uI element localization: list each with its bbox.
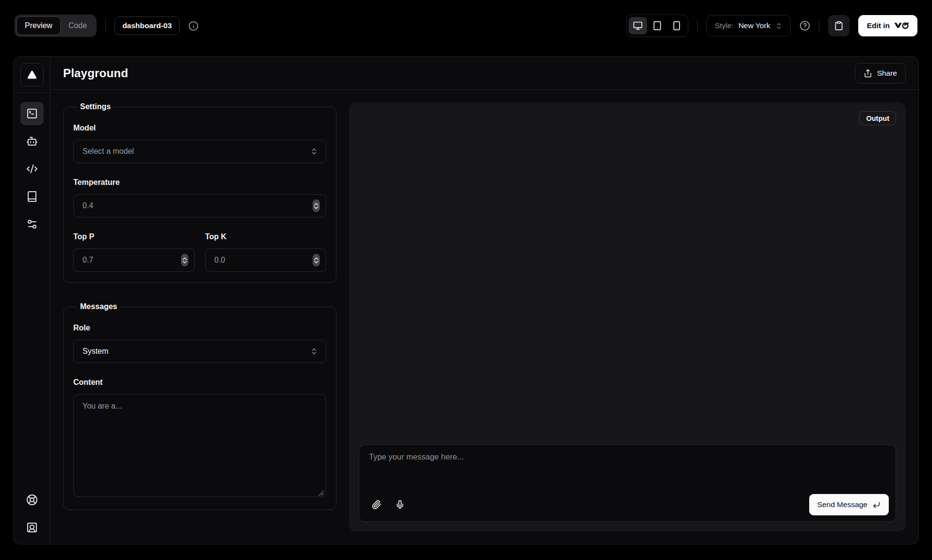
app-topbar: Preview Code dashboard-03: [0, 0, 932, 51]
style-value: New York: [738, 21, 770, 30]
topbar-left: Preview Code dashboard-03: [15, 15, 199, 37]
model-label: Model: [73, 124, 326, 132]
edit-in-v0-button[interactable]: Edit in: [858, 15, 917, 36]
model-select-value: Select a model: [83, 147, 134, 156]
info-button[interactable]: [188, 21, 199, 31]
help-button[interactable]: [799, 20, 810, 31]
separator: [105, 19, 106, 32]
paperclip-icon: [372, 500, 382, 510]
settings-sliders-icon: [26, 218, 38, 230]
code-tab[interactable]: Code: [61, 16, 95, 35]
monitor-icon: [633, 21, 643, 31]
separator: [697, 19, 698, 32]
send-message-label: Send Message: [817, 500, 867, 509]
preview-tab[interactable]: Preview: [17, 16, 61, 35]
circle-help-icon: [799, 20, 810, 31]
chevrons-up-down-icon: [310, 148, 318, 155]
role-select[interactable]: System: [73, 340, 326, 363]
square-terminal-icon: [26, 108, 38, 119]
share-icon: [864, 69, 872, 78]
top-k-label: Top K: [205, 232, 327, 241]
sidebar-logo-section: [14, 57, 50, 93]
sidebar-nav: [20, 93, 44, 236]
sidebar-item-playground[interactable]: [20, 102, 44, 125]
top-k-field: Top K: [205, 232, 327, 272]
smartphone-icon: [672, 21, 682, 31]
messages-legend: Messages: [77, 302, 120, 311]
tablet-view-button[interactable]: [648, 17, 666, 34]
bot-icon: [26, 135, 38, 147]
mobile-view-button[interactable]: [667, 17, 686, 34]
sidebar-item-account[interactable]: [20, 516, 44, 539]
microphone-button[interactable]: [390, 495, 410, 514]
messages-fieldset: Messages Role System Content: [63, 302, 336, 510]
share-label: Share: [877, 69, 897, 78]
settings-legend: Settings: [77, 102, 114, 111]
app-frame: Playground Share Settings Model Select a…: [13, 56, 919, 544]
output-empty-space: [359, 112, 896, 445]
clipboard-icon: [834, 21, 844, 31]
message-composer: Send Message: [359, 445, 896, 522]
block-name-badge: dashboard-03: [115, 16, 180, 35]
settings-fieldset: Settings Model Select a model Temperatur…: [63, 102, 336, 283]
number-stepper[interactable]: [313, 254, 320, 266]
info-icon: [188, 21, 199, 31]
triangle-icon: [27, 69, 37, 80]
number-stepper[interactable]: [313, 199, 320, 212]
topbar-right: Style: New York Edit in: [626, 15, 917, 37]
sidebar-item-bot[interactable]: [20, 130, 44, 153]
sidebar-item-code[interactable]: [20, 157, 44, 181]
top-p-label: Top P: [73, 232, 195, 241]
page-title: Playground: [63, 66, 128, 80]
v0-logo-icon: [894, 22, 909, 30]
role-select-value: System: [83, 347, 108, 356]
content-textarea[interactable]: [73, 394, 326, 497]
content-area: Playground Share Settings Model Select a…: [50, 57, 918, 544]
sidebar-item-docs[interactable]: [20, 185, 44, 208]
message-input[interactable]: [359, 445, 896, 492]
style-label: Style:: [715, 21, 733, 30]
number-stepper[interactable]: [181, 254, 188, 266]
chevrons-up-down-icon: [310, 347, 318, 355]
top-k-input[interactable]: [205, 248, 327, 272]
sidebar-item-settings[interactable]: [20, 213, 44, 236]
model-select[interactable]: Select a model: [73, 140, 326, 163]
book-icon: [26, 191, 38, 202]
code-icon: [26, 163, 38, 175]
sidebar-item-help[interactable]: [20, 488, 44, 511]
settings-form: Settings Model Select a model Temperatur…: [63, 102, 336, 531]
page-header: Playground Share: [50, 57, 918, 90]
copy-code-button[interactable]: [828, 15, 849, 36]
mic-icon: [395, 500, 405, 510]
chevrons-up-down-icon: [775, 22, 782, 30]
tablet-icon: [652, 21, 662, 31]
role-label: Role: [73, 324, 326, 332]
content-label: Content: [73, 378, 326, 387]
top-p-input[interactable]: [73, 248, 195, 272]
composer-toolbar: Send Message: [359, 494, 896, 521]
send-message-button[interactable]: Send Message: [809, 494, 889, 515]
device-preview-toggle: [626, 15, 688, 37]
home-logo-button[interactable]: [20, 63, 44, 86]
resize-handle[interactable]: [318, 491, 324, 496]
edit-in-v0-label: Edit in: [867, 21, 890, 30]
view-toggle: Preview Code: [15, 15, 97, 37]
temperature-label: Temperature: [73, 178, 326, 187]
style-select[interactable]: Style: New York: [706, 15, 790, 36]
life-buoy-icon: [26, 494, 38, 506]
sidebar-bottom-nav: [20, 479, 44, 544]
corner-down-left-icon: [872, 501, 881, 509]
desktop-view-button[interactable]: [629, 17, 647, 34]
sidebar: [14, 57, 50, 544]
attach-file-button[interactable]: [367, 495, 386, 514]
main: Settings Model Select a model Temperatur…: [50, 90, 918, 544]
top-p-field: Top P: [73, 232, 195, 272]
temperature-input[interactable]: [73, 194, 326, 217]
share-button[interactable]: Share: [855, 63, 906, 83]
square-user-icon: [26, 522, 38, 533]
separator: [819, 19, 819, 32]
output-panel: Output: [349, 102, 906, 531]
output-badge: Output: [859, 111, 896, 125]
